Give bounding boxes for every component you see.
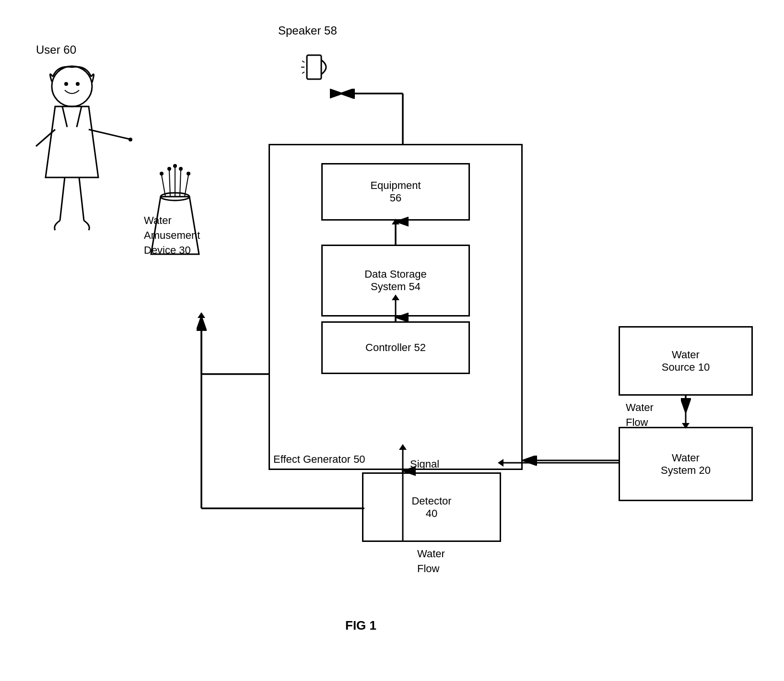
svg-line-24 [60, 177, 65, 221]
svg-line-13 [302, 61, 304, 62]
equipment-box: Equipment 56 [321, 163, 470, 221]
controller-box: Controller 52 [321, 321, 470, 374]
svg-point-32 [160, 172, 164, 176]
water-source-box: Water Source 10 [619, 326, 753, 396]
svg-line-19 [62, 106, 67, 127]
data-storage-box: Data Storage System 54 [321, 245, 470, 317]
svg-point-16 [52, 66, 92, 106]
speaker-label: Speaker 58 [278, 24, 337, 37]
svg-line-20 [77, 106, 82, 127]
svg-point-17 [64, 82, 68, 86]
user-label: User 60 [36, 43, 76, 57]
signal-label: Signal [410, 458, 439, 470]
svg-point-33 [167, 167, 171, 171]
water-flow-label-1: Water Flow [626, 400, 654, 430]
water-device [146, 149, 204, 259]
water-system-box: Water System 20 [619, 427, 753, 501]
svg-point-35 [179, 167, 183, 171]
svg-marker-63 [198, 312, 205, 318]
water-flow-label-2: Water Flow [417, 547, 445, 576]
svg-line-21 [36, 129, 55, 146]
detector-box: Detector 40 [362, 472, 501, 542]
svg-point-23 [129, 138, 132, 141]
svg-line-31 [185, 175, 188, 197]
svg-rect-12 [307, 55, 321, 79]
svg-line-25 [79, 177, 84, 221]
svg-point-34 [173, 164, 177, 168]
svg-point-18 [76, 82, 80, 86]
speaker-icon [293, 43, 340, 91]
fig-caption: FIG 1 [345, 618, 376, 633]
effect-generator-label: Effect Generator 50 [273, 453, 365, 466]
svg-point-36 [187, 172, 190, 176]
svg-line-15 [302, 72, 304, 73]
diagram: Speaker 58 User 60 [0, 0, 784, 681]
svg-line-27 [162, 175, 165, 197]
user-figure [29, 62, 134, 264]
svg-line-22 [89, 129, 129, 139]
